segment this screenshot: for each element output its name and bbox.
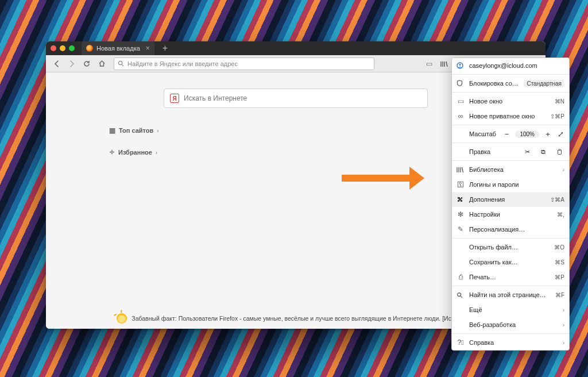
copy-icon[interactable]: ⧉ bbox=[539, 148, 547, 156]
firefox-icon bbox=[86, 45, 93, 52]
menu-zoom: Масштаб − 100% + ⤢ bbox=[452, 126, 569, 141]
tab-new[interactable]: Новая вкладка × bbox=[82, 41, 154, 55]
menu-more[interactable]: Ещё › bbox=[452, 302, 569, 317]
menu-customize[interactable]: ✎ Персонализация… bbox=[452, 222, 569, 237]
sync-account-icon bbox=[457, 62, 465, 69]
cut-icon[interactable]: ✂ bbox=[523, 148, 531, 156]
chevron-right-icon: › bbox=[563, 322, 564, 328]
svg-point-4 bbox=[459, 64, 461, 66]
close-window-button[interactable] bbox=[51, 45, 56, 51]
menu-more-label: Ещё bbox=[469, 306, 558, 313]
menu-content-blocking-label: Блокировка содержимого bbox=[469, 80, 519, 87]
menu-save-as[interactable]: Сохранить как… ⌘S bbox=[452, 255, 569, 270]
menu-help[interactable]: ?⃝ Справка › bbox=[452, 335, 569, 350]
menu-open-file[interactable]: Открыть файл… ⌘O bbox=[452, 240, 569, 255]
gear-icon: ✻ bbox=[457, 210, 465, 218]
menu-account-label: caseylongx@icloud.com bbox=[469, 62, 564, 69]
chevron-right-icon: › bbox=[156, 149, 157, 156]
zoom-out-button[interactable]: − bbox=[502, 130, 510, 139]
yandex-icon: Я bbox=[170, 94, 179, 103]
menu-addons[interactable]: Дополнения ⇧⌘A bbox=[452, 192, 569, 207]
shortcut: ⌘S bbox=[555, 259, 564, 266]
menu-new-private-label: Новое приватное окно bbox=[469, 113, 546, 120]
shield-icon bbox=[457, 80, 465, 87]
home-button[interactable] bbox=[95, 57, 108, 70]
url-bar[interactable]: Найдите в Яндекс или введите адрес bbox=[114, 57, 374, 70]
shortcut: ⇧⌘P bbox=[550, 113, 564, 120]
menu-edit-label: Правка bbox=[457, 148, 519, 155]
grid-icon: ▦ bbox=[109, 126, 115, 134]
new-tab-button[interactable]: + bbox=[158, 43, 172, 53]
mask-icon: ∞ bbox=[457, 112, 465, 120]
menu-zoom-label: Масштаб bbox=[457, 130, 496, 137]
lightbulb-icon bbox=[117, 313, 127, 324]
fun-fact-text: Забавный факт: Пользователи Firefox - са… bbox=[131, 315, 474, 322]
tab-title: Новая вкладка bbox=[96, 45, 140, 52]
shortcut: ⇧⌘A bbox=[550, 197, 564, 203]
menu-new-window[interactable]: ▭ Новое окно ⌘N bbox=[452, 94, 569, 109]
menu-addons-label: Дополнения bbox=[469, 196, 546, 203]
menu-settings-label: Настройки bbox=[469, 211, 552, 218]
zoom-window-button[interactable] bbox=[69, 45, 75, 51]
chevron-right-icon: › bbox=[563, 307, 564, 313]
library-icon bbox=[457, 167, 465, 173]
zoom-value: 100% bbox=[515, 130, 539, 138]
chevron-right-icon: › bbox=[157, 128, 158, 134]
back-button[interactable] bbox=[51, 57, 63, 70]
printer-icon: ⎙ bbox=[457, 273, 465, 281]
window-controls bbox=[51, 45, 78, 51]
url-placeholder: Найдите в Яндекс или введите адрес bbox=[127, 60, 238, 67]
menu-customize-label: Персонализация… bbox=[469, 226, 564, 233]
shortcut: ⌘P bbox=[555, 274, 564, 280]
menu-account[interactable]: caseylongx@icloud.com bbox=[452, 58, 569, 73]
reader-icon[interactable]: ▭ bbox=[423, 57, 435, 70]
forward-button[interactable] bbox=[65, 57, 78, 70]
shortcut: ⌘, bbox=[557, 211, 564, 218]
menu-open-file-label: Открыть файл… bbox=[469, 244, 550, 251]
menu-logins[interactable]: ⚿ Логины и пароли bbox=[452, 177, 569, 192]
tab-close-icon[interactable]: × bbox=[146, 44, 150, 52]
paintbrush-icon: ✎ bbox=[457, 225, 465, 233]
shortcut: ⌘N bbox=[555, 98, 564, 105]
star-icon: ✧ bbox=[109, 148, 115, 156]
top-sites-label: Топ сайтов bbox=[119, 127, 153, 134]
shortcut: ⌘F bbox=[555, 292, 564, 298]
help-icon: ?⃝ bbox=[457, 338, 465, 347]
menu-new-window-label: Новое окно bbox=[469, 98, 550, 105]
paste-icon[interactable]: 📋︎ bbox=[555, 148, 563, 156]
key-icon: ⚿ bbox=[457, 180, 465, 188]
app-menu: caseylongx@icloud.com Блокировка содержи… bbox=[451, 57, 570, 351]
chevron-right-icon: › bbox=[563, 167, 564, 173]
search-icon bbox=[457, 292, 465, 298]
menu-new-private-window[interactable]: ∞ Новое приватное окно ⇧⌘P bbox=[452, 109, 569, 124]
menu-save-as-label: Сохранить как… bbox=[469, 259, 550, 266]
zoom-in-button[interactable]: + bbox=[544, 130, 552, 139]
menu-library[interactable]: Библиотека › bbox=[452, 162, 569, 177]
svg-point-0 bbox=[118, 61, 122, 64]
chevron-right-icon: › bbox=[563, 340, 564, 346]
menu-print[interactable]: ⎙ Печать… ⌘P bbox=[452, 270, 569, 284]
shortcut: ⌘O bbox=[554, 244, 564, 251]
search-icon bbox=[118, 60, 124, 67]
minimize-window-button[interactable] bbox=[60, 45, 65, 51]
web-search-box[interactable]: Я Искать в Интернете bbox=[164, 89, 428, 108]
window-icon: ▭ bbox=[457, 97, 465, 105]
menu-print-label: Печать… bbox=[469, 274, 550, 280]
library-icon[interactable] bbox=[438, 57, 450, 70]
menu-help-label: Справка bbox=[469, 339, 558, 346]
menu-settings[interactable]: ✻ Настройки ⌘, bbox=[452, 207, 569, 222]
menu-edit: Правка ✂ ⧉ 📋︎ bbox=[452, 144, 569, 159]
web-search-placeholder: Искать в Интернете bbox=[184, 94, 247, 102]
menu-content-blocking[interactable]: Блокировка содержимого Стандартная bbox=[452, 76, 569, 91]
puzzle-icon bbox=[457, 196, 465, 203]
content-blocking-mode: Стандартная bbox=[524, 80, 564, 87]
menu-logins-label: Логины и пароли bbox=[469, 181, 564, 188]
svg-point-5 bbox=[458, 293, 461, 296]
menu-find-label: Найти на этой странице… bbox=[469, 291, 551, 298]
menu-webdev[interactable]: Веб-разработка › bbox=[452, 317, 569, 332]
favorites-label: Избранное bbox=[118, 149, 152, 156]
fullscreen-button[interactable]: ⤢ bbox=[556, 130, 564, 139]
menu-find[interactable]: Найти на этой странице… ⌘F bbox=[452, 287, 569, 302]
reload-button[interactable] bbox=[80, 57, 93, 70]
tab-strip: Новая вкладка × + bbox=[46, 41, 546, 55]
